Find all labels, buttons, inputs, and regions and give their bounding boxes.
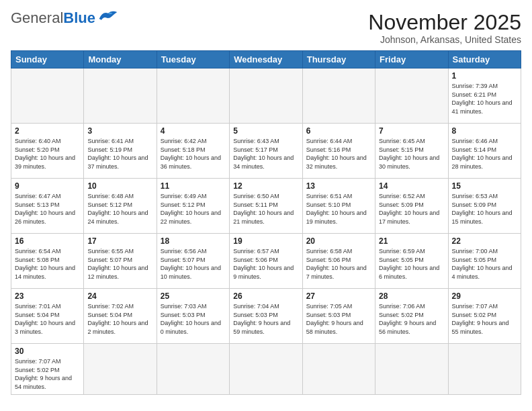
calendar-header-row: SundayMondayTuesdayWednesdayThursdayFrid…: [11, 51, 521, 68]
calendar-cell: 22Sunrise: 7:00 AM Sunset: 5:05 PM Dayli…: [448, 234, 521, 289]
month-title: November 2025: [368, 11, 521, 34]
day-number: 11: [161, 181, 226, 191]
calendar-cell: 2Sunrise: 6:40 AM Sunset: 5:20 PM Daylig…: [11, 124, 84, 179]
day-number: 21: [379, 236, 444, 246]
day-info: Sunrise: 6:43 AM Sunset: 5:17 PM Dayligh…: [233, 137, 298, 171]
day-number: 19: [233, 236, 298, 246]
day-number: 1: [452, 71, 517, 81]
calendar-cell: 3Sunrise: 6:41 AM Sunset: 5:19 PM Daylig…: [84, 124, 157, 179]
calendar-cell: [375, 68, 448, 124]
logo-bird-icon: [98, 9, 118, 22]
calendar-cell: 11Sunrise: 6:49 AM Sunset: 5:12 PM Dayli…: [157, 179, 229, 234]
day-info: Sunrise: 6:40 AM Sunset: 5:20 PM Dayligh…: [15, 137, 80, 171]
day-info: Sunrise: 6:53 AM Sunset: 5:09 PM Dayligh…: [452, 192, 517, 226]
calendar-cell: 20Sunrise: 6:58 AM Sunset: 5:06 PM Dayli…: [302, 234, 375, 289]
calendar-cell: 25Sunrise: 7:03 AM Sunset: 5:03 PM Dayli…: [157, 289, 229, 344]
calendar-cell: [157, 68, 229, 124]
calendar-cell: 28Sunrise: 7:06 AM Sunset: 5:02 PM Dayli…: [375, 289, 448, 344]
calendar-cell: 12Sunrise: 6:50 AM Sunset: 5:11 PM Dayli…: [230, 179, 302, 234]
day-info: Sunrise: 7:06 AM Sunset: 5:02 PM Dayligh…: [379, 302, 444, 336]
day-number: 8: [452, 126, 517, 136]
calendar-cell: 4Sunrise: 6:42 AM Sunset: 5:18 PM Daylig…: [157, 124, 229, 179]
day-info: Sunrise: 6:49 AM Sunset: 5:12 PM Dayligh…: [161, 192, 226, 226]
day-number: 10: [87, 181, 152, 191]
day-number: 28: [379, 291, 444, 301]
day-number: 24: [87, 291, 152, 301]
day-info: Sunrise: 6:41 AM Sunset: 5:19 PM Dayligh…: [87, 137, 152, 171]
day-number: 5: [233, 126, 298, 136]
day-number: 3: [87, 126, 152, 136]
calendar-cell: [157, 344, 229, 394]
day-info: Sunrise: 6:48 AM Sunset: 5:12 PM Dayligh…: [87, 192, 152, 226]
day-number: 18: [161, 236, 226, 246]
day-number: 13: [306, 181, 371, 191]
calendar-week-row: 16Sunrise: 6:54 AM Sunset: 5:08 PM Dayli…: [11, 234, 521, 289]
day-info: Sunrise: 6:57 AM Sunset: 5:06 PM Dayligh…: [233, 247, 298, 281]
calendar-cell: 24Sunrise: 7:02 AM Sunset: 5:04 PM Dayli…: [84, 289, 157, 344]
day-info: Sunrise: 7:03 AM Sunset: 5:03 PM Dayligh…: [161, 302, 226, 336]
day-info: Sunrise: 6:47 AM Sunset: 5:13 PM Dayligh…: [15, 192, 80, 226]
day-info: Sunrise: 7:07 AM Sunset: 5:02 PM Dayligh…: [15, 357, 80, 391]
day-info: Sunrise: 6:44 AM Sunset: 5:16 PM Dayligh…: [306, 137, 371, 171]
day-info: Sunrise: 6:54 AM Sunset: 5:08 PM Dayligh…: [15, 247, 80, 281]
day-number: 4: [161, 126, 226, 136]
day-info: Sunrise: 7:04 AM Sunset: 5:03 PM Dayligh…: [233, 302, 298, 336]
calendar-cell: [84, 344, 157, 394]
calendar-cell: [375, 344, 448, 394]
calendar-cell: [302, 68, 375, 124]
day-info: Sunrise: 7:01 AM Sunset: 5:04 PM Dayligh…: [15, 302, 80, 336]
calendar-week-row: 2Sunrise: 6:40 AM Sunset: 5:20 PM Daylig…: [11, 124, 521, 179]
calendar-cell: 9Sunrise: 6:47 AM Sunset: 5:13 PM Daylig…: [11, 179, 84, 234]
day-info: Sunrise: 7:02 AM Sunset: 5:04 PM Dayligh…: [87, 302, 152, 336]
day-number: 26: [233, 291, 298, 301]
calendar-week-row: 30Sunrise: 7:07 AM Sunset: 5:02 PM Dayli…: [11, 344, 521, 394]
calendar-cell: 14Sunrise: 6:52 AM Sunset: 5:09 PM Dayli…: [375, 179, 448, 234]
day-number: 15: [452, 181, 517, 191]
title-block: November 2025 Johnson, Arkansas, United …: [368, 11, 521, 45]
day-number: 30: [15, 347, 80, 356]
day-number: 12: [233, 181, 298, 191]
day-info: Sunrise: 7:07 AM Sunset: 5:02 PM Dayligh…: [452, 302, 517, 336]
calendar-week-row: 9Sunrise: 6:47 AM Sunset: 5:13 PM Daylig…: [11, 179, 521, 234]
day-number: 16: [15, 236, 80, 246]
day-info: Sunrise: 6:50 AM Sunset: 5:11 PM Dayligh…: [233, 192, 298, 226]
calendar-cell: 27Sunrise: 7:05 AM Sunset: 5:03 PM Dayli…: [302, 289, 375, 344]
calendar-cell: 30Sunrise: 7:07 AM Sunset: 5:02 PM Dayli…: [11, 344, 84, 394]
calendar-cell: 8Sunrise: 6:46 AM Sunset: 5:14 PM Daylig…: [448, 124, 521, 179]
calendar-cell: 19Sunrise: 6:57 AM Sunset: 5:06 PM Dayli…: [230, 234, 302, 289]
day-number: 22: [452, 236, 517, 246]
day-info: Sunrise: 6:59 AM Sunset: 5:05 PM Dayligh…: [379, 247, 444, 281]
calendar-week-row: 23Sunrise: 7:01 AM Sunset: 5:04 PM Dayli…: [11, 289, 521, 344]
calendar-cell: 29Sunrise: 7:07 AM Sunset: 5:02 PM Dayli…: [448, 289, 521, 344]
day-info: Sunrise: 6:42 AM Sunset: 5:18 PM Dayligh…: [161, 137, 226, 171]
calendar-cell: [11, 68, 84, 124]
calendar-cell: 13Sunrise: 6:51 AM Sunset: 5:10 PM Dayli…: [302, 179, 375, 234]
calendar-cell: [84, 68, 157, 124]
calendar-cell: 5Sunrise: 6:43 AM Sunset: 5:17 PM Daylig…: [230, 124, 302, 179]
calendar-header-wednesday: Wednesday: [230, 51, 302, 68]
day-info: Sunrise: 6:58 AM Sunset: 5:06 PM Dayligh…: [306, 247, 371, 281]
calendar-cell: [230, 344, 302, 394]
day-number: 6: [306, 126, 371, 136]
page-header: GeneralBlue November 2025 Johnson, Arkan…: [11, 11, 521, 45]
day-number: 20: [306, 236, 371, 246]
calendar-header-saturday: Saturday: [448, 51, 521, 68]
calendar-cell: [302, 344, 375, 394]
day-number: 29: [452, 291, 517, 301]
calendar-cell: 21Sunrise: 6:59 AM Sunset: 5:05 PM Dayli…: [375, 234, 448, 289]
day-number: 27: [306, 291, 371, 301]
calendar-cell: 23Sunrise: 7:01 AM Sunset: 5:04 PM Dayli…: [11, 289, 84, 344]
day-number: 14: [379, 181, 444, 191]
day-number: 9: [15, 181, 80, 191]
day-info: Sunrise: 7:39 AM Sunset: 6:21 PM Dayligh…: [452, 82, 517, 116]
day-info: Sunrise: 6:45 AM Sunset: 5:15 PM Dayligh…: [379, 137, 444, 171]
calendar-table: SundayMondayTuesdayWednesdayThursdayFrid…: [11, 50, 521, 394]
day-info: Sunrise: 6:51 AM Sunset: 5:10 PM Dayligh…: [306, 192, 371, 226]
day-number: 2: [15, 126, 80, 136]
day-info: Sunrise: 7:00 AM Sunset: 5:05 PM Dayligh…: [452, 247, 517, 281]
calendar-cell: 16Sunrise: 6:54 AM Sunset: 5:08 PM Dayli…: [11, 234, 84, 289]
day-info: Sunrise: 6:55 AM Sunset: 5:07 PM Dayligh…: [87, 247, 152, 281]
day-info: Sunrise: 6:52 AM Sunset: 5:09 PM Dayligh…: [379, 192, 444, 226]
day-number: 17: [87, 236, 152, 246]
calendar-header-tuesday: Tuesday: [157, 51, 229, 68]
